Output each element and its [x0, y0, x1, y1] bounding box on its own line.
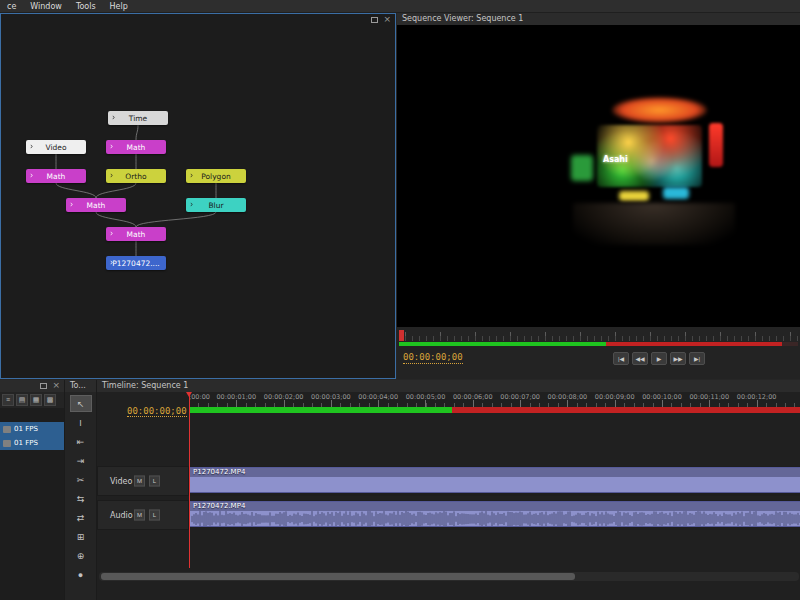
node-expand-icon[interactable]: › [110, 143, 113, 151]
node-label: Video [45, 143, 66, 152]
float-panel-icon[interactable] [371, 17, 378, 23]
viewer-timecode[interactable]: 00:00:00;00 [403, 352, 463, 364]
project-panel: × ≡▤▦▩ 01 FPS01 FPS [0, 380, 64, 600]
node-expand-icon[interactable]: › [110, 230, 113, 238]
node-expand-icon[interactable]: › [112, 114, 115, 122]
track-header: Video 1ML [97, 466, 189, 496]
node-expand-icon[interactable]: › [30, 172, 33, 180]
go-to-start-button[interactable]: |◀ [613, 352, 629, 365]
next-frame-button[interactable]: ▶▶ [670, 352, 686, 365]
node-label: Time [129, 114, 147, 123]
lock-button[interactable]: L [149, 476, 160, 487]
icon-view-icon[interactable]: ▦ [30, 394, 42, 406]
project-media-item[interactable]: 01 FPS [0, 436, 64, 450]
pointer-tool-button[interactable]: ↖ [70, 395, 92, 412]
track-audio: Audio 1MLP1270472.MP4 [97, 500, 800, 530]
timeline-tracks: Video 1MLP1270472.MP4Audio 1MLP1270472.M… [97, 380, 800, 600]
node-math3[interactable]: ›Math [66, 198, 126, 212]
menu-bar: ceWindowToolsHelp [0, 0, 800, 13]
go-to-end-button[interactable]: ▶| [689, 352, 705, 365]
node-expand-icon[interactable]: › [110, 259, 113, 267]
project-panel-header: × [0, 380, 64, 392]
hand-tool-button[interactable]: ⊞ [70, 528, 92, 545]
edit-tool-button[interactable]: I [70, 414, 92, 431]
project-media-item[interactable]: 01 FPS [0, 422, 64, 436]
node-video[interactable]: ›Video [26, 140, 86, 154]
viewer-title: Sequence Viewer: Sequence 1 [397, 13, 800, 25]
timeline-playhead[interactable] [189, 392, 190, 568]
scrollbar-thumb[interactable] [101, 573, 575, 580]
mute-button[interactable]: M [134, 510, 145, 521]
node-time[interactable]: ›Time [108, 111, 168, 125]
node-media[interactable]: ›P1270472.... [106, 256, 166, 270]
viewer-playhead-marker[interactable] [399, 330, 404, 341]
node-label: Math [87, 201, 106, 210]
menu-item-tools[interactable]: Tools [69, 2, 103, 11]
play-button[interactable]: ▶ [651, 352, 667, 365]
node-polygon[interactable]: ›Polygon [186, 169, 246, 183]
node-expand-icon[interactable]: › [70, 201, 73, 209]
transport-controls: |◀◀◀▶▶▶▶| [613, 352, 705, 365]
video-crowd-silhouette [573, 203, 735, 245]
menu-item-ce[interactable]: ce [0, 2, 23, 11]
neon-asahi-text: Asahi [603, 155, 628, 164]
timeline-horizontal-scrollbar[interactable] [99, 572, 799, 581]
node-math1[interactable]: ›Math [106, 140, 166, 154]
tools-panel-title: To... [65, 380, 96, 392]
node-expand-icon[interactable]: › [190, 201, 193, 209]
node-label: Blur [208, 201, 223, 210]
razor-tool-button[interactable]: ✂ [70, 471, 92, 488]
clip-label: P1270472.MP4 [190, 468, 800, 477]
project-view-toolbar: ≡▤▦▩ [0, 392, 64, 408]
list-view-icon[interactable]: ▤ [16, 394, 28, 406]
viewer-cache-cached [399, 342, 606, 346]
track-video: Video 1MLP1270472.MP4 [97, 466, 800, 496]
slip-tool-button[interactable]: ⇆ [70, 490, 92, 507]
viewer-ruler[interactable] [399, 330, 798, 341]
mute-button[interactable]: M [134, 476, 145, 487]
application-window: ceWindowToolsHelp ›Time›Video›Math›Math›… [0, 0, 800, 600]
clip-audio[interactable]: P1270472.MP4 [189, 501, 800, 527]
rolling-tool-button[interactable]: ⇥ [70, 452, 92, 469]
lock-button[interactable]: L [149, 510, 160, 521]
menu-item-window[interactable]: Window [23, 2, 69, 11]
media-item-label: 01 FPS [14, 422, 38, 436]
node-expand-icon[interactable]: › [190, 172, 193, 180]
tool-column: ↖I⇤⇥✂⇆⇄⊞⊕● [65, 392, 96, 584]
node-blur[interactable]: ›Blur [186, 198, 246, 212]
node-label: Math [127, 230, 146, 239]
viewer-cache-uncached [606, 342, 782, 346]
neon-cyan-sign [663, 187, 689, 199]
close-panel-icon[interactable]: × [52, 382, 60, 389]
tree-view-icon[interactable]: ≡ [2, 394, 14, 406]
node-canvas: ›Time›Video›Math›Math›Ortho›Polygon›Math… [1, 14, 395, 378]
neon-red-sign [709, 123, 723, 167]
viewer-cache-bar [399, 342, 798, 346]
clip-label: P1270472.MP4 [190, 502, 800, 511]
node-expand-icon[interactable]: › [30, 143, 33, 151]
float-panel-icon[interactable] [40, 383, 47, 389]
menu-item-help[interactable]: Help [103, 2, 135, 11]
node-math4[interactable]: ›Math [106, 227, 166, 241]
node-math2[interactable]: ›Math [26, 169, 86, 183]
node-label: Math [47, 172, 66, 181]
record-tool-button[interactable]: ● [70, 566, 92, 583]
thumbnail-view-icon[interactable]: ▩ [44, 394, 56, 406]
video-content-neon-signs: Asahi [567, 97, 752, 249]
ripple-tool-button[interactable]: ⇤ [70, 433, 92, 450]
close-panel-icon[interactable]: × [383, 16, 391, 23]
node-ortho[interactable]: ›Ortho [106, 169, 166, 183]
prev-frame-button[interactable]: ◀◀ [632, 352, 648, 365]
node-label: Polygon [201, 172, 230, 181]
timeline-panel: Timeline: Sequence 1 00:00:00;00 ;00:000… [96, 380, 800, 600]
neon-green-sign [571, 155, 593, 181]
media-thumbnail-icon [3, 426, 11, 433]
clip-video[interactable]: P1270472.MP4 [189, 467, 800, 493]
sequence-viewer-panel: Sequence Viewer: Sequence 1 Asahi 00:00:… [397, 13, 800, 379]
node-panel-corner-icons: × [371, 16, 391, 23]
project-panel-corner-icons: × [40, 382, 60, 389]
slide-tool-button[interactable]: ⇄ [70, 509, 92, 526]
node-expand-icon[interactable]: › [110, 172, 113, 180]
zoom-tool-button[interactable]: ⊕ [70, 547, 92, 564]
media-thumbnail-icon [3, 440, 11, 447]
